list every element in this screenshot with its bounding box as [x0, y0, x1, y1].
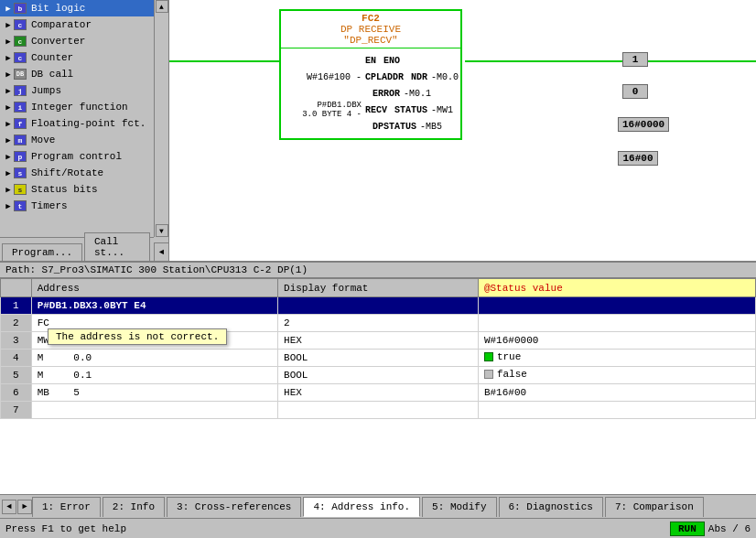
expand-arrow: ▶	[4, 183, 13, 196]
sidebar-item-integer[interactable]: ▶ i Integer function	[0, 99, 168, 115]
expand-arrow: ▶	[4, 51, 13, 64]
sidebar-collapse-btn[interactable]: ◄	[154, 242, 168, 261]
status-bar: Press F1 to get help RUN Abs / 6	[0, 518, 756, 538]
row-number: 5	[1, 367, 32, 384]
tab-scroll-left[interactable]: ◄	[2, 500, 16, 514]
tab-cross-references[interactable]: 3: Cross-references	[167, 497, 301, 517]
counter-icon: c	[13, 51, 27, 64]
tab-info[interactable]: 2: Info	[103, 497, 165, 517]
fc2-block: FC2 DP RECEIVE "DP_RECV" EN ENO	[279, 9, 462, 140]
expand-arrow: ▶	[4, 150, 13, 163]
expand-arrow: ▶	[4, 117, 13, 130]
table-row[interactable]: 6 MB 5 HEX B#16#00	[1, 384, 756, 402]
variable-table-section: Path: S7_Pro3\SIMATIC 300 Station\CPU313…	[0, 261, 756, 494]
power-line-right	[465, 60, 756, 62]
expand-arrow: ▶	[4, 101, 13, 113]
bottom-tabs: ◄ ► 1: Error 2: Info 3: Cross-references…	[0, 494, 756, 518]
sidebar-item-comparator[interactable]: ▶ c Comparator	[0, 16, 168, 33]
format-header: Display format	[278, 279, 479, 297]
call-stack-tab[interactable]: Call st...	[84, 232, 150, 261]
variable-table: Address Display format @Status value 1	[0, 278, 756, 419]
sidebar: ▶ b Bit logic ▶ c Comparator ▶ c Convert…	[0, 0, 169, 261]
status-cell: B#16#00	[478, 384, 755, 402]
status-cell	[478, 297, 755, 315]
table-row[interactable]: 4 M 0.0 BOOL true	[1, 350, 756, 367]
tab-diagnostics[interactable]: 6: Diagnostics	[499, 497, 603, 517]
fc-row-recv: P#DB1.DBX3.0 BYTE 4 - RECV STATUS -MW1	[288, 102, 453, 118]
output-box-16-0000: 16#0000	[618, 117, 669, 132]
status-dot-green	[484, 352, 493, 361]
comparator-icon: c	[13, 18, 27, 31]
converter-icon: c	[13, 35, 27, 48]
scroll-down-btn[interactable]: ▼	[156, 224, 168, 237]
status-cell: W#16#0000	[478, 332, 755, 350]
tab-comparison[interactable]: 7: Comparison	[605, 497, 704, 517]
fc2-header: FC2 DP RECEIVE "DP_RECV"	[281, 11, 460, 48]
expand-arrow: ▶	[4, 68, 13, 81]
output-box-16-00: 16#00	[618, 151, 658, 166]
address-error-tooltip: The address is not correct.	[48, 328, 227, 345]
address-cell: MB 5	[31, 384, 277, 402]
sidebar-item-db-call[interactable]: ▶ DB DB call	[0, 66, 168, 82]
status-cell	[478, 402, 755, 419]
sidebar-item-shift[interactable]: ▶ s Shift/Rotate	[0, 165, 168, 181]
format-cell	[278, 297, 479, 315]
program-control-icon: p	[13, 150, 27, 163]
sidebar-item-converter[interactable]: ▶ c Converter	[0, 33, 168, 49]
output-box-0: 0	[622, 84, 648, 99]
jumps-icon: j	[13, 84, 27, 97]
timers-icon: t	[13, 199, 27, 212]
address-header: Address	[31, 279, 277, 297]
row-number: 3	[1, 332, 32, 350]
sidebar-item-jumps[interactable]: ▶ j Jumps	[0, 82, 168, 99]
tab-scroll-right[interactable]: ►	[17, 500, 32, 514]
table-header-row: Address Display format @Status value	[1, 279, 756, 297]
tab-modify[interactable]: 5: Modify	[422, 497, 496, 517]
status-bits-icon: s	[13, 183, 27, 196]
sidebar-item-counter[interactable]: ▶ c Counter	[0, 49, 168, 66]
sidebar-scrollbar: ▲ ▼	[154, 0, 168, 237]
row-number: 6	[1, 384, 32, 402]
fc-row-dpstatus: DPSTATUS -MB5	[288, 118, 453, 134]
sidebar-item-bit-logic[interactable]: ▶ b Bit logic	[0, 0, 168, 16]
integer-icon: i	[13, 101, 27, 113]
row-number: 1	[1, 297, 32, 315]
sidebar-item-status-bits[interactable]: ▶ s Status bits	[0, 181, 168, 198]
status-header: @Status value	[478, 279, 755, 297]
fc-row-en: EN ENO	[288, 52, 453, 69]
table-row[interactable]: 1 P#DB1.DBX3.0BYT E4	[1, 297, 756, 315]
table-container: Address Display format @Status value 1	[0, 278, 756, 419]
status-cell	[478, 315, 755, 332]
expand-arrow: ▶	[4, 18, 13, 31]
row-number: 2	[1, 315, 32, 332]
sidebar-item-timers[interactable]: ▶ t Timers	[0, 198, 168, 214]
tab-address-info[interactable]: 4: Address info.	[303, 497, 420, 517]
run-badge: RUN	[670, 522, 705, 536]
program-tab[interactable]: Program...	[2, 243, 82, 261]
tab-scroll-nav: ◄ ►	[2, 500, 32, 514]
address-cell: M 0.0	[31, 350, 277, 367]
move-icon: m	[13, 134, 27, 146]
row-num-header	[1, 279, 32, 297]
diagram-area: FC2 DP RECEIVE "DP_RECV" EN ENO	[169, 0, 756, 261]
row-number: 7	[1, 402, 32, 419]
address-cell: P#DB1.DBX3.0BYT E4	[31, 297, 277, 315]
bit-logic-icon: b	[13, 2, 27, 15]
sidebar-item-float[interactable]: ▶ f Floating-point fct.	[0, 115, 168, 132]
fc-row-cpladdr: W#16#100 - CPLADDR NDR -M0.0	[288, 69, 453, 85]
output-box-1: 1	[622, 52, 648, 67]
panel-tabs: Program... Call st...	[0, 237, 154, 261]
status-right: RUN Abs / 6	[670, 522, 751, 536]
sidebar-item-move[interactable]: ▶ m Move	[0, 132, 168, 148]
power-line-left	[169, 60, 284, 62]
scroll-up-btn[interactable]: ▲	[156, 0, 168, 13]
table-row[interactable]: 5 M 0.1 BOOL false	[1, 367, 756, 384]
format-cell: BOOL	[278, 367, 479, 384]
format-cell	[278, 402, 479, 419]
tab-error[interactable]: 1: Error	[32, 497, 101, 517]
table-row[interactable]: 7	[1, 402, 756, 419]
sidebar-item-program-control[interactable]: ▶ p Program control	[0, 148, 168, 165]
row-number: 4	[1, 350, 32, 367]
expand-arrow: ▶	[4, 134, 13, 146]
address-cell	[31, 402, 277, 419]
